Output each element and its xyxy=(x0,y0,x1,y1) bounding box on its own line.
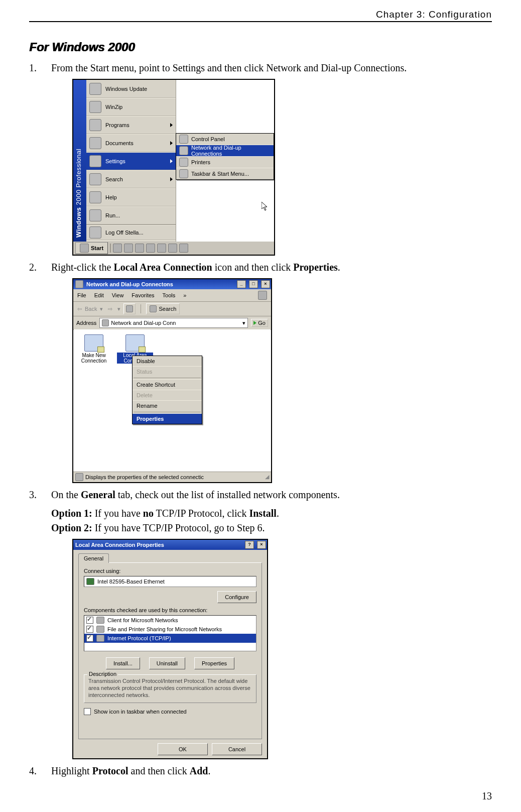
step-4: 4. Highlight Protocol and then click Add… xyxy=(29,764,492,778)
submenu-item-network[interactable]: Network and Dial-up Connections xyxy=(176,145,274,156)
close-button[interactable]: × xyxy=(261,280,270,288)
window-title: Network and Dial-up Connectons xyxy=(86,281,173,287)
go-arrow-icon xyxy=(253,321,256,325)
menu-item-help[interactable]: Help xyxy=(86,188,176,206)
checkbox-icon[interactable] xyxy=(86,617,93,624)
menu-file[interactable]: File xyxy=(77,292,86,298)
menu-item-logoff[interactable]: Log Off Stella... xyxy=(86,225,176,240)
app-icon xyxy=(75,280,83,288)
address-input[interactable]: Network and Dial-up Conn ▾ xyxy=(99,318,248,328)
help-icon xyxy=(89,191,101,203)
status-text: Displays the properties of the selected … xyxy=(85,474,204,480)
cursor-icon xyxy=(262,202,269,211)
programs-icon xyxy=(89,119,101,131)
client-icon xyxy=(96,617,104,624)
banner-version: 2000 xyxy=(75,190,82,205)
menu-item-winzip[interactable]: WinZip xyxy=(86,98,176,116)
protocol-icon xyxy=(96,635,104,642)
dialog-title: Local Area Connection Properties xyxy=(75,542,164,548)
throbber-icon xyxy=(258,291,267,300)
adapter-name: Intel 82595-Based Ethernet xyxy=(97,578,165,585)
cancel-button[interactable]: Cancel xyxy=(212,743,262,755)
adapter-field: Intel 82595-Based Ethernet xyxy=(84,576,256,587)
menu-tools[interactable]: Tools xyxy=(163,292,176,298)
list-item[interactable]: File and Printer Sharing for Microsoft N… xyxy=(84,625,256,634)
step-3: 3. On the General tab, check out the lis… xyxy=(29,488,492,535)
menu-item-documents[interactable]: Documents xyxy=(86,134,176,152)
step-4-bold-b: Add xyxy=(190,765,208,776)
quicklaunch-icon[interactable] xyxy=(113,244,122,253)
quicklaunch-icon[interactable] xyxy=(179,244,188,253)
settings-submenu: Control Panel Network and Dial-up Connec… xyxy=(176,133,274,180)
taskbar-icon xyxy=(179,169,188,178)
menu-item-run[interactable]: Run... xyxy=(86,206,176,224)
close-button[interactable]: × xyxy=(257,541,266,549)
menu-more[interactable]: » xyxy=(183,292,186,298)
start-button[interactable]: Start xyxy=(75,242,108,254)
connect-using-label: Connect using: xyxy=(84,568,256,574)
menu-bar: File Edit View Favorites Tools » xyxy=(73,289,271,302)
show-icon-checkbox[interactable]: Show icon in taskbar when connected xyxy=(84,708,256,715)
properties-button[interactable]: Properties xyxy=(194,657,234,669)
step-3-number: 3. xyxy=(29,488,51,502)
quicklaunch-icon[interactable] xyxy=(157,244,166,253)
configure-button[interactable]: Configure xyxy=(217,591,256,603)
menu-item-search[interactable]: Search xyxy=(86,170,176,188)
ok-button[interactable]: OK xyxy=(158,743,208,755)
uninstall-button[interactable]: Uninstall xyxy=(149,657,185,669)
step-4-text-c: . xyxy=(208,765,210,776)
ctx-status: Status xyxy=(133,366,202,377)
submenu-item-printers[interactable]: Printers xyxy=(176,156,274,168)
step-2-bold-b: Properties xyxy=(293,262,338,273)
checkbox-icon[interactable] xyxy=(86,635,93,642)
dialog-titlebar: Local Area Connection Properties ? × xyxy=(73,540,267,550)
maximize-button[interactable]: □ xyxy=(249,280,258,288)
windows-flag-icon xyxy=(80,244,89,253)
resize-grip-icon[interactable]: ◢ xyxy=(262,474,269,481)
checkbox-icon[interactable] xyxy=(84,708,91,715)
step-4-bold-a: Protocol xyxy=(92,765,128,776)
ctx-properties[interactable]: Properties xyxy=(133,413,202,424)
winzip-icon xyxy=(89,101,101,113)
tab-general[interactable]: General xyxy=(78,553,109,563)
menu-view[interactable]: View xyxy=(112,292,124,298)
list-item[interactable]: Client for Microsoft Networks xyxy=(84,616,256,625)
step-2: 2. Right-click the Local Area Connection… xyxy=(29,261,492,274)
back-button[interactable]: Back xyxy=(85,306,97,312)
components-list[interactable]: Client for Microsoft Networks File and P… xyxy=(84,615,256,651)
menu-item-windows-update[interactable]: Windows Update xyxy=(86,80,176,98)
quicklaunch-icon[interactable] xyxy=(168,244,177,253)
install-button[interactable]: Install... xyxy=(106,657,140,669)
step-3-option-2: Option 2: If you have TCP/IP Protocol, g… xyxy=(51,521,492,535)
menu-favorites[interactable]: Favorites xyxy=(132,292,154,298)
submenu-item-taskbar[interactable]: Taskbar & Start Menu... xyxy=(176,168,274,179)
quicklaunch-icon[interactable] xyxy=(124,244,133,253)
ctx-rename[interactable]: Rename xyxy=(133,400,202,411)
checkbox-icon[interactable] xyxy=(86,626,93,633)
menu-item-settings[interactable]: Settings xyxy=(86,152,176,170)
search-button[interactable]: Search xyxy=(146,303,180,314)
step-1-number: 1. xyxy=(29,61,51,75)
run-icon xyxy=(89,209,101,221)
ctx-create-shortcut[interactable]: Create Shortcut xyxy=(133,379,202,390)
search-icon xyxy=(89,173,101,185)
up-button[interactable] xyxy=(123,303,136,314)
help-button[interactable]: ? xyxy=(245,541,254,549)
go-button[interactable]: Go xyxy=(251,319,268,327)
chevron-right-icon xyxy=(170,177,173,181)
icon-make-new-connection[interactable]: Make NewConnection xyxy=(76,334,112,364)
settings-icon xyxy=(89,155,101,167)
printers-icon xyxy=(179,158,188,167)
quicklaunch-icon[interactable] xyxy=(146,244,155,253)
menu-edit[interactable]: Edit xyxy=(94,292,104,298)
taskbar: Start xyxy=(73,242,274,255)
menu-item-programs[interactable]: Programs xyxy=(86,116,176,134)
start-menu-banner: Windows 2000 Professional xyxy=(73,80,86,243)
quicklaunch-icon[interactable] xyxy=(135,244,144,253)
network-icon xyxy=(179,146,188,155)
ctx-disable[interactable]: Disable xyxy=(133,356,202,366)
minimize-button[interactable]: _ xyxy=(237,280,246,288)
submenu-item-control-panel[interactable]: Control Panel xyxy=(176,134,274,145)
list-item-selected[interactable]: Internet Protocol (TCP/IP) xyxy=(84,634,256,643)
step-3-bold-a: General xyxy=(81,489,115,500)
